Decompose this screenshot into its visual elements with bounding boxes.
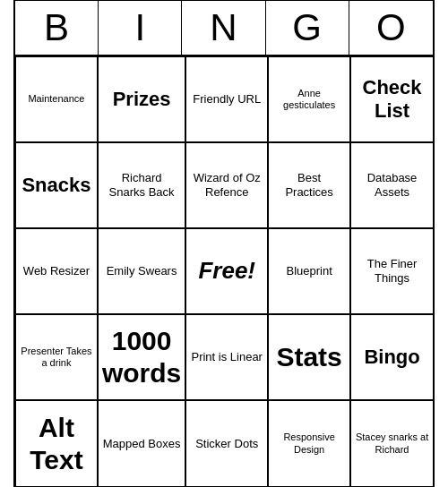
bingo-cell: Database Assets xyxy=(350,142,433,228)
cell-label: Anne gesticulates xyxy=(272,88,346,111)
bingo-cell: Stats xyxy=(268,314,350,400)
bingo-cell: Responsive Design xyxy=(268,400,350,486)
cell-label: 1000 words xyxy=(102,325,181,389)
cell-label: Free! xyxy=(198,257,255,285)
cell-label: The Finer Things xyxy=(355,257,429,285)
cell-label: Alt Text xyxy=(20,412,93,476)
header-letter: I xyxy=(99,1,182,55)
bingo-cell: Presenter Takes a drink xyxy=(15,314,98,400)
cell-label: Stacey snarks at Richard xyxy=(355,431,429,455)
bingo-cell: Richard Snarks Back xyxy=(98,142,185,228)
bingo-cell: Free! xyxy=(185,228,268,314)
bingo-cell: Alt Text xyxy=(15,400,98,486)
bingo-cell: Bingo xyxy=(350,314,433,400)
bingo-cell: Web Resizer xyxy=(15,228,98,314)
cell-label: Presenter Takes a drink xyxy=(20,346,93,369)
cell-label: Friendly URL xyxy=(193,92,261,107)
cell-label: Stats xyxy=(276,341,341,373)
header-letter: N xyxy=(182,1,265,55)
cell-label: Bingo xyxy=(364,346,419,369)
bingo-cell: Best Practices xyxy=(268,142,350,228)
bingo-cell: Maintenance xyxy=(15,56,98,142)
cell-label: Responsive Design xyxy=(272,431,346,455)
bingo-cell: Print is Linear xyxy=(185,314,268,400)
cell-label: Richard Snarks Back xyxy=(102,171,181,199)
cell-label: Print is Linear xyxy=(191,350,262,364)
bingo-cell: Friendly URL xyxy=(185,56,268,142)
bingo-card: BINGO MaintenancePrizesFriendly URLAnne … xyxy=(13,0,435,487)
bingo-cell: Anne gesticulates xyxy=(268,56,350,142)
cell-label: Snacks xyxy=(22,174,90,197)
cell-label: Mapped Boxes xyxy=(103,437,181,451)
bingo-cell: Snacks xyxy=(15,142,98,228)
bingo-header: BINGO xyxy=(15,1,433,56)
cell-label: Wizard of Oz Refence xyxy=(190,171,263,199)
bingo-cell: Mapped Boxes xyxy=(98,400,185,486)
bingo-cell: Wizard of Oz Refence xyxy=(185,142,268,228)
bingo-cell: Check List xyxy=(350,56,433,142)
cell-label: Prizes xyxy=(113,88,171,111)
cell-label: Best Practices xyxy=(272,171,346,199)
header-letter: B xyxy=(15,1,99,55)
bingo-cell: Blueprint xyxy=(268,228,350,314)
bingo-cell: Stacey snarks at Richard xyxy=(350,400,433,486)
cell-label: Maintenance xyxy=(28,93,84,105)
bingo-cell: Emily Swears xyxy=(98,228,185,314)
header-letter: G xyxy=(266,1,349,55)
header-letter: O xyxy=(349,1,433,55)
cell-label: Database Assets xyxy=(355,171,429,199)
cell-label: Web Resizer xyxy=(23,264,90,278)
bingo-cell: 1000 words xyxy=(98,314,185,400)
cell-label: Emily Swears xyxy=(107,264,177,278)
bingo-grid: MaintenancePrizesFriendly URLAnne gestic… xyxy=(15,56,433,486)
cell-label: Sticker Dots xyxy=(195,437,258,451)
cell-label: Check List xyxy=(355,76,429,124)
bingo-cell: The Finer Things xyxy=(350,228,433,314)
bingo-cell: Sticker Dots xyxy=(185,400,268,486)
bingo-cell: Prizes xyxy=(98,56,185,142)
cell-label: Blueprint xyxy=(286,264,332,278)
